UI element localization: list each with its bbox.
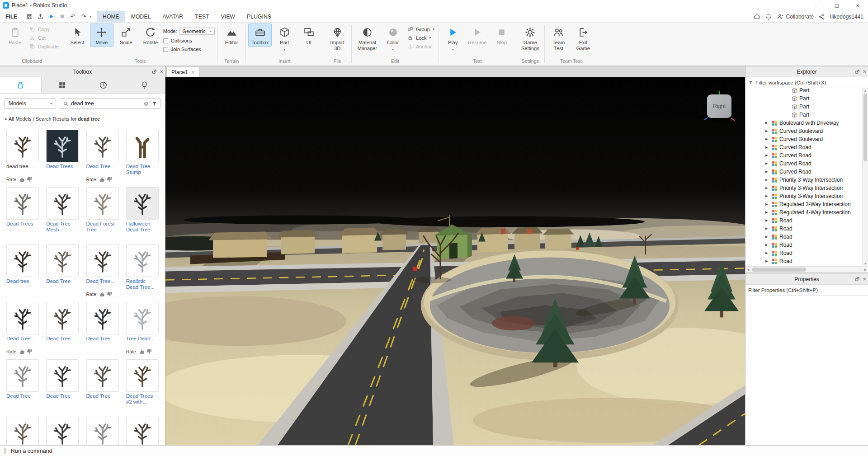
toolbox-model-card[interactable]: Realistic Dead Tree... [123, 244, 162, 302]
model-thumbnail[interactable] [126, 130, 159, 162]
ui-button[interactable]: UI [297, 24, 321, 47]
toolbox-model-card[interactable]: Dead Trees [3, 187, 42, 244]
expand-arrow-icon[interactable]: ▶ [765, 202, 770, 206]
thumb-up-icon[interactable] [19, 349, 25, 354]
float-panel-icon[interactable] [855, 69, 860, 74]
explorer-item[interactable]: ▶ Road [745, 225, 862, 233]
tab-avatar[interactable]: AVATAR [157, 11, 189, 22]
model-thumbnail[interactable] [86, 359, 119, 392]
expand-arrow-icon[interactable]: ▶ [765, 137, 770, 141]
model-thumbnail[interactable] [6, 187, 39, 220]
model-thumbnail[interactable] [46, 187, 79, 220]
material-manager-button[interactable]: Material Manager [354, 24, 380, 52]
close-tab-icon[interactable]: × [192, 70, 194, 75]
model-name[interactable]: Dead Tree [86, 393, 111, 406]
model-thumbnail[interactable] [86, 244, 119, 277]
scrollbar-thumb[interactable] [863, 94, 867, 161]
expand-arrow-icon[interactable]: ▶ [765, 219, 770, 222]
toolbox-model-card[interactable]: Dead Trees #2 with... [123, 359, 162, 417]
toolbox-model-card[interactable] [3, 417, 42, 445]
thumb-down-icon[interactable] [146, 349, 152, 354]
collaborate-button[interactable]: Collaborate [777, 13, 814, 20]
expand-arrow-icon[interactable]: ▶ [765, 243, 770, 247]
model-name[interactable]: Dead Tree [6, 393, 31, 406]
filter-funnel-icon[interactable] [151, 101, 157, 107]
toolbox-model-card[interactable]: Dead Tree [42, 359, 82, 417]
model-name[interactable]: Dead Tree Mesh [46, 221, 79, 234]
filter-funnel-icon[interactable] [748, 80, 753, 85]
explorer-item[interactable]: ▶ Road [745, 249, 862, 257]
quick-play-icon[interactable] [46, 12, 56, 22]
explorer-item[interactable]: Part [745, 103, 862, 111]
thumb-up-icon[interactable] [139, 349, 145, 354]
stop-button[interactable]: Stop [490, 24, 514, 47]
toolbox-model-card[interactable]: Dead Tree [42, 244, 82, 302]
model-name[interactable]: Dead Tree... [86, 278, 115, 291]
explorer-item[interactable]: ▶ Curved Road [745, 151, 862, 160]
undo-icon[interactable]: ↶ [68, 12, 78, 22]
rotate-tool-button[interactable]: Rotate [139, 24, 162, 47]
paste-button[interactable]: Paste [3, 24, 27, 47]
model-name[interactable]: Dead Trees #2 with... [126, 393, 159, 406]
resume-button[interactable]: Resume [466, 24, 489, 47]
model-name[interactable]: dead tree [6, 164, 28, 176]
explorer-item[interactable]: Part [745, 111, 862, 119]
toolbox-model-card[interactable]: Dead Forest Tree [83, 187, 123, 244]
thumb-up-icon[interactable] [99, 177, 105, 182]
tab-model[interactable]: MODEL [125, 11, 157, 22]
command-input[interactable]: Run a command [11, 448, 52, 454]
viewport-canvas[interactable]: Right [165, 77, 745, 445]
expand-arrow-icon[interactable]: ▶ [765, 146, 770, 149]
tab-inventory[interactable] [42, 77, 83, 93]
expand-arrow-icon[interactable]: ▶ [765, 121, 770, 125]
expand-arrow-icon[interactable]: ▶ [765, 251, 770, 255]
explorer-item[interactable]: ▶ Curved Boulevard [745, 135, 862, 143]
model-name[interactable]: Tree Dead... [126, 336, 155, 348]
model-name[interactable]: Dead Tree [86, 336, 111, 348]
explorer-item[interactable]: ▶ Curved Road [745, 143, 862, 151]
explorer-vertical-scrollbar[interactable]: ▲ ▼ [862, 88, 868, 266]
explorer-horizontal-scrollbar[interactable]: ◀ ▶ [745, 266, 868, 272]
expand-arrow-icon[interactable]: ▶ [765, 227, 770, 230]
category-dropdown[interactable]: Models▾ [5, 98, 56, 109]
explorer-item[interactable]: ▶ Curved Road [745, 168, 862, 176]
toolbox-model-card[interactable]: Dead Trees [42, 130, 82, 187]
explorer-item[interactable]: ▶ Curved Road [745, 160, 862, 168]
toolbox-search-input[interactable] [71, 100, 141, 107]
explorer-item[interactable]: ▶ Road [745, 241, 862, 249]
explorer-item[interactable]: ▶ Road [745, 216, 862, 225]
model-name[interactable]: Dead Tree [46, 393, 71, 406]
thumb-down-icon[interactable] [107, 177, 112, 182]
minimize-button[interactable]: – [806, 0, 826, 11]
float-panel-icon[interactable] [855, 277, 860, 282]
thumb-down-icon[interactable] [107, 291, 112, 297]
scroll-down-icon[interactable]: ▼ [863, 262, 868, 265]
expand-arrow-icon[interactable]: ▶ [765, 186, 770, 190]
expand-arrow-icon[interactable]: ▶ [765, 154, 770, 157]
toolbox-model-card[interactable]: Dead Tree [3, 359, 42, 417]
username[interactable]: Ilikedogs1441 [830, 14, 863, 20]
expand-arrow-icon[interactable]: ▶ [765, 259, 770, 263]
lock-button[interactable]: Lock▾ [406, 34, 436, 41]
tab-home[interactable]: HOME [97, 11, 125, 22]
expand-arrow-icon[interactable]: ▶ [765, 194, 770, 198]
toolbox-button[interactable]: Toolbox [248, 24, 272, 47]
model-thumbnail[interactable] [46, 302, 79, 334]
toolbox-model-card[interactable] [123, 417, 162, 445]
close-panel-icon[interactable]: × [863, 68, 866, 75]
color-button[interactable]: Color▾ [381, 24, 405, 52]
group-button[interactable]: Group▾ [406, 26, 436, 33]
model-name[interactable]: Dead Tree [6, 336, 31, 348]
view-cube-face[interactable]: Right [707, 94, 731, 118]
scroll-up-icon[interactable]: ▲ [863, 89, 868, 92]
import-3d-button[interactable]: Import 3D [326, 24, 349, 52]
toolbox-model-card[interactable]: Dead Tree [42, 302, 82, 359]
collisions-checkbox[interactable]: Collisions [163, 38, 215, 43]
tab-plugins[interactable]: PLUGINS [241, 11, 277, 22]
save-icon[interactable] [24, 12, 34, 22]
breadcrumb[interactable]: < All Models / Search Results for dead t… [0, 113, 165, 125]
model-name[interactable]: Dead Trees [46, 164, 73, 176]
model-thumbnail[interactable] [126, 359, 159, 392]
toolbox-model-card[interactable] [42, 417, 82, 445]
notifications-bell-icon[interactable] [765, 13, 772, 20]
